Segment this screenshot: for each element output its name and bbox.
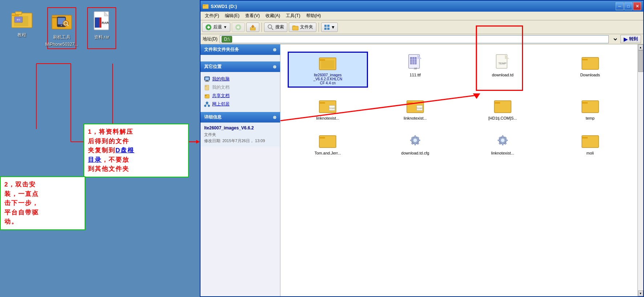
explorer-window: SXWD1 (D:) ─ □ ✕ 文件(F) 编辑(E) 查看(V) 收藏(A)… [200, 0, 644, 297]
address-path: D:\ [222, 36, 232, 43]
ttf-file-icon: .ttf [406, 54, 424, 71]
detail-content: lte26007_images_V6.6.2 文件夹 修改日期: 2015年7月… [201, 123, 280, 147]
network-link[interactable]: 网上邻居 [204, 100, 276, 108]
svg-rect-104 [506, 140, 508, 141]
menu-help[interactable]: 帮助(H) [303, 12, 324, 20]
annotation-2-text-line3: 击下一步， [4, 200, 39, 206]
desktop-icon-resource-rar[interactable]: RAR 资料.rar [87, 7, 116, 49]
tasks-header[interactable]: 文件和文件夹任务 ⊗ [201, 44, 280, 55]
annotation-2-text-line2: 装，一直点 [4, 190, 39, 197]
folders-button[interactable]: 文件夹 [289, 23, 316, 32]
tasks-header-label: 文件和文件夹任务 [204, 47, 239, 53]
other-places-content: 我的电脑 我的文档 共享文档 [201, 72, 280, 111]
svg-text:RAR: RAR [102, 21, 109, 25]
forward-button[interactable] [232, 23, 245, 32]
annotation-box-2: 2，双击安 装，一直点 击下一步， 平台自带驱 动。 [0, 176, 85, 230]
svg-text:TEMP: TEMP [417, 107, 423, 109]
forward-icon [235, 24, 242, 31]
menu-view[interactable]: 查看(V) [242, 12, 263, 20]
file-item-temp[interactable]: temp [550, 95, 630, 123]
file-item-111-ttf[interactable]: .ttf 111.ttf [375, 52, 455, 88]
tom-jerry-name: Tom.and.Jerr... [315, 151, 341, 155]
close-button[interactable]: ✕ [633, 2, 641, 10]
address-dropdown[interactable]: D:\ [611, 36, 618, 43]
detail-header[interactable]: 详细信息 ⊗ [201, 112, 280, 123]
file-item-link2[interactable]: TEMP linknotexist... [375, 95, 455, 123]
svg-rect-51 [205, 95, 209, 98]
annotation-2-text-line1: 2，双击安 [4, 181, 36, 188]
ttf-file-name: 111.ttf [410, 73, 421, 77]
annotation-1-text-line6: 到其他文件夹 [88, 165, 129, 172]
window-title: SXWD1 (D:) [211, 4, 237, 9]
annotation-1-highlight2: 目录 [88, 156, 102, 163]
scroll-up-button[interactable]: ▲ [638, 44, 643, 50]
svg-line-56 [205, 104, 207, 105]
search-button[interactable]: 搜索 [264, 23, 287, 32]
hd1tj-name: [HD1tj.COM]S... [488, 116, 517, 120]
svg-rect-19 [99, 17, 101, 28]
svg-point-100 [501, 139, 505, 142]
my-docs-link[interactable]: 我的文档 [204, 83, 276, 92]
svg-rect-48 [205, 81, 209, 82]
annotation-1-text-line1: 1，将资料解压 [88, 128, 133, 135]
annotation-1-text-line4: 目录，不要放 [88, 156, 129, 163]
file-item-downloads[interactable]: Downloads [550, 52, 630, 88]
title-bar: SXWD1 (D:) ─ □ ✕ [201, 1, 643, 12]
goto-label: 转到 [629, 36, 638, 42]
scrollbar[interactable]: ▲ ▼ [637, 44, 643, 296]
svg-text:.ttf: .ttf [414, 67, 417, 70]
tasks-collapse-icon: ⊗ [273, 47, 276, 52]
goto-button[interactable]: ▶ 转到 [620, 35, 641, 43]
detail-modified-date: 2015年7月26日， [222, 139, 254, 143]
scroll-down-button[interactable]: ▼ [638, 290, 643, 296]
file-item-lte-folder[interactable]: lte26007_images_V6.6.2.0.KHLCNCF 4.4 cn [288, 52, 368, 88]
desktop-icons-container: 教程 教程 [0, 0, 200, 56]
svg-rect-84 [494, 102, 500, 104]
search-icon [267, 24, 274, 31]
shared-docs-label: 共享文档 [212, 93, 230, 99]
back-dropdown-icon[interactable]: ▼ [223, 25, 227, 29]
svg-rect-47 [206, 80, 208, 81]
my-docs-icon [204, 85, 210, 91]
desktop-icon-brush-tool[interactable]: 刷机工具 MiPhone50327... [47, 7, 76, 49]
other-places-header[interactable]: 其它位置 ⊗ [201, 61, 280, 72]
svg-line-57 [207, 104, 209, 105]
svg-rect-42 [327, 25, 329, 27]
svg-rect-74 [582, 59, 588, 60]
svg-rect-92 [414, 143, 416, 145]
shared-docs-link[interactable]: 共享文档 [204, 92, 276, 100]
shared-docs-icon [204, 93, 210, 99]
detail-modified-label: 修改日期: [204, 139, 221, 143]
svg-rect-80 [407, 102, 413, 104]
file-item-tom-jerry[interactable]: Tom.and.Jerr... [288, 130, 368, 157]
file-item-download-cfg[interactable]: download.td.cfg [375, 130, 455, 157]
file-item-link1[interactable]: TEMP linknotexist... [288, 95, 368, 123]
desktop-icon-jiaocheng[interactable]: 教程 教程 [7, 7, 36, 49]
menu-favorites[interactable]: 收藏(A) [263, 12, 283, 20]
file-item-hd1tj[interactable]: [HD1tj.COM]S... [463, 95, 543, 123]
file-item-link3[interactable]: linknotexist... [463, 130, 543, 157]
maximize-button[interactable]: □ [624, 2, 632, 10]
minimize-button[interactable]: ─ [616, 2, 624, 10]
svg-rect-103 [498, 140, 500, 141]
up-button[interactable] [246, 23, 259, 32]
toolbar-separator-1 [262, 23, 262, 32]
scroll-thumb[interactable] [638, 50, 643, 72]
svg-point-53 [206, 102, 208, 104]
back-button[interactable]: 后退 ▼ [202, 23, 230, 32]
computer-icon [204, 76, 210, 82]
resource-rar-icon-img: RAR [90, 9, 113, 33]
menu-edit[interactable]: 编辑(E) [222, 12, 242, 20]
views-button[interactable]: ▼ [321, 23, 338, 32]
file-item-download-td[interactable]: TEMP download.td [463, 52, 543, 88]
menu-file[interactable]: 文件(F) [202, 12, 222, 20]
my-computer-label: 我的电脑 [212, 76, 230, 82]
address-label: 地址(D) [203, 36, 218, 42]
file-item-moli[interactable]: moli [550, 130, 630, 157]
file-grid: lte26007_images_V6.6.2.0.KHLCNCF 4.4 cn [284, 48, 634, 161]
svg-rect-102 [502, 143, 503, 145]
my-computer-link[interactable]: 我的电脑 [204, 75, 276, 83]
menu-tools[interactable]: 工具(T) [283, 12, 303, 20]
address-input-container[interactable]: D:\ [220, 35, 609, 43]
svg-rect-93 [410, 140, 412, 141]
